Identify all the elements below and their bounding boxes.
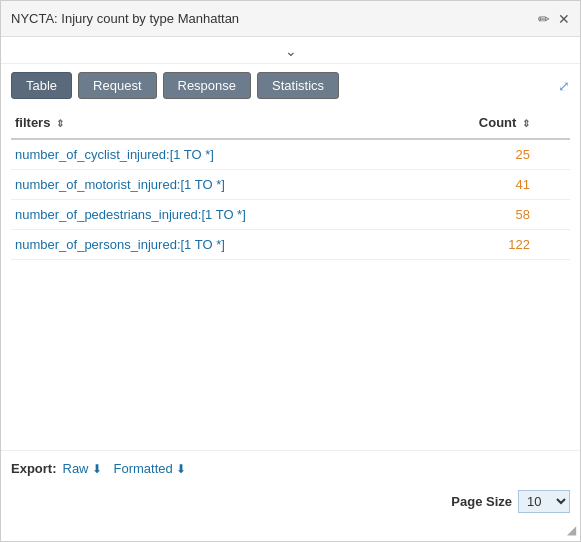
title-bar-icons: ✏ ✕ xyxy=(538,11,570,27)
count-cell: 41 xyxy=(411,170,570,200)
edit-icon[interactable]: ✏ xyxy=(538,11,550,27)
filters-column-header[interactable]: filters ⇕ xyxy=(11,107,411,139)
tab-request[interactable]: Request xyxy=(78,72,156,99)
filter-cell[interactable]: number_of_cyclist_injured:[1 TO *] xyxy=(11,139,411,170)
window-title: NYCTA: Injury count by type Manhattan xyxy=(11,11,239,26)
export-label: Export: xyxy=(11,461,57,476)
table-row: number_of_pedestrians_injured:[1 TO *]58 xyxy=(11,200,570,230)
data-table: filters ⇕ Count ⇕ number_of_cyclist_inju… xyxy=(11,107,570,260)
count-cell: 25 xyxy=(411,139,570,170)
main-window: NYCTA: Injury count by type Manhattan ✏ … xyxy=(0,0,581,542)
count-sort-icon[interactable]: ⇕ xyxy=(522,118,530,129)
filter-cell[interactable]: number_of_persons_injured:[1 TO *] xyxy=(11,230,411,260)
count-column-header[interactable]: Count ⇕ xyxy=(411,107,570,139)
table-row: number_of_motorist_injured:[1 TO *]41 xyxy=(11,170,570,200)
tab-statistics[interactable]: Statistics xyxy=(257,72,339,99)
count-cell: 58 xyxy=(411,200,570,230)
data-table-container: filters ⇕ Count ⇕ number_of_cyclist_inju… xyxy=(1,107,580,450)
filter-cell[interactable]: number_of_pedestrians_injured:[1 TO *] xyxy=(11,200,411,230)
raw-download-icon: ⬇ xyxy=(92,462,102,476)
title-bar: NYCTA: Injury count by type Manhattan ✏ … xyxy=(1,1,580,37)
tab-response[interactable]: Response xyxy=(163,72,252,99)
filters-sort-icon[interactable]: ⇕ xyxy=(56,118,64,129)
toolbar: Table Request Response Statistics ⤢ xyxy=(1,64,580,107)
expand-icon[interactable]: ⤢ xyxy=(558,78,570,94)
filter-cell[interactable]: number_of_motorist_injured:[1 TO *] xyxy=(11,170,411,200)
close-icon[interactable]: ✕ xyxy=(558,11,570,27)
page-size-select[interactable]: 102550100 xyxy=(518,490,570,513)
page-size-bar: Page Size 102550100 xyxy=(1,484,580,523)
tab-table[interactable]: Table xyxy=(11,72,72,99)
table-row: number_of_cyclist_injured:[1 TO *]25 xyxy=(11,139,570,170)
formatted-download-icon: ⬇ xyxy=(176,462,186,476)
resize-handle-icon[interactable]: ◢ xyxy=(567,523,576,537)
export-formatted-link[interactable]: Formatted ⬇ xyxy=(114,461,186,476)
export-raw-link[interactable]: Raw ⬇ xyxy=(63,461,102,476)
export-bar: Export: Raw ⬇ Formatted ⬇ xyxy=(1,450,580,484)
table-header-row: filters ⇕ Count ⇕ xyxy=(11,107,570,139)
collapse-bar: ⌄ xyxy=(1,37,580,64)
count-cell: 122 xyxy=(411,230,570,260)
collapse-button[interactable]: ⌄ xyxy=(285,43,297,59)
resize-corner: ◢ xyxy=(1,523,580,541)
table-row: number_of_persons_injured:[1 TO *]122 xyxy=(11,230,570,260)
page-size-label: Page Size xyxy=(451,494,512,509)
